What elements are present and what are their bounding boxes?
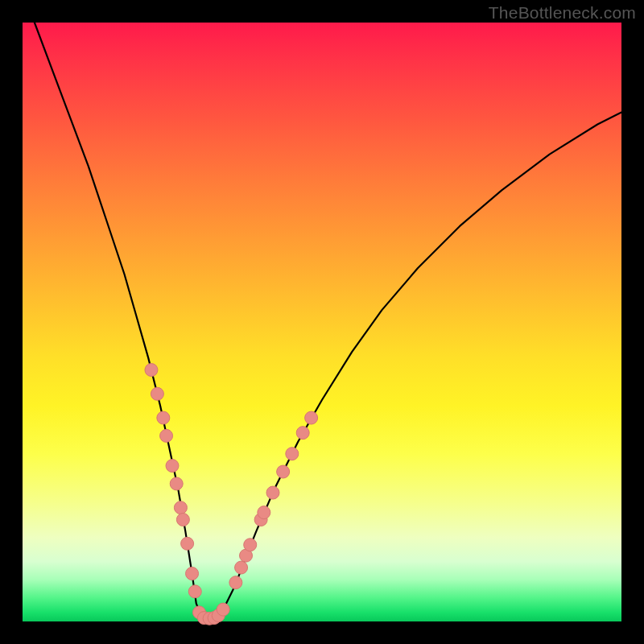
data-marker [170, 477, 183, 490]
data-marker [188, 585, 201, 598]
data-marker [235, 561, 248, 574]
data-marker [244, 539, 257, 551]
data-marker [258, 506, 270, 519]
data-marker [160, 429, 173, 442]
data-marker [181, 537, 194, 550]
data-marker [229, 576, 242, 589]
data-marker [174, 502, 187, 514]
bottleneck-curve [35, 23, 621, 619]
data-marker [277, 465, 290, 478]
plot-area [23, 23, 621, 621]
bottleneck-curve-svg [23, 23, 621, 621]
data-marker [186, 567, 199, 580]
data-marker [151, 387, 163, 400]
data-marker [305, 411, 318, 424]
data-marker [296, 427, 309, 440]
data-marker [145, 364, 158, 377]
data-marker [176, 514, 189, 526]
data-marker [157, 411, 170, 424]
data-marker [166, 460, 179, 473]
watermark-text: TheBottleneck.com [489, 3, 636, 23]
data-marker [266, 486, 279, 499]
data-marker [286, 448, 299, 460]
marker-group [145, 364, 318, 625]
chart-frame: TheBottleneck.com [0, 0, 644, 644]
data-marker [217, 603, 229, 616]
